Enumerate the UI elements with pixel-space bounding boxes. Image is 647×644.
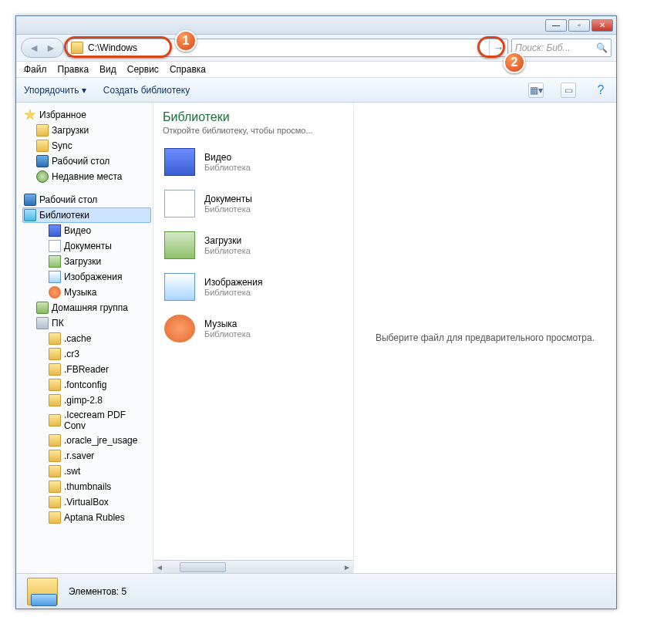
tree-item-recent[interactable]: Недавние места <box>22 169 151 184</box>
library-item-dl[interactable]: ЗагрузкиБиблиотека <box>163 231 344 260</box>
tree-label: Домашняя группа <box>52 302 128 313</box>
tree-pc-folder[interactable]: .Icecream PDF Conv <box>22 408 151 433</box>
item-name: Загрузки <box>204 235 251 246</box>
tree-label: Библиотеки <box>39 210 89 221</box>
explorer-window: — ▫ ✕ ◄ ► → Поиск: Биб... 🔍 1 2 Файл Пра… <box>15 15 617 609</box>
item-name: Изображения <box>204 277 262 288</box>
tree-lib-dl[interactable]: Загрузки <box>22 254 151 269</box>
tree-pc-folder[interactable]: .fontconfig <box>22 377 151 393</box>
menu-file[interactable]: Файл <box>24 64 47 75</box>
tree-pc-folder[interactable]: .VirtualBox <box>22 494 151 510</box>
desktop-icon <box>24 194 36 206</box>
clock-icon <box>36 170 49 183</box>
tree-label: Изображения <box>64 271 122 282</box>
status-bar: Элементов: 5 <box>16 573 616 609</box>
library-item-music[interactable]: МузыкаБиблиотека <box>163 314 344 343</box>
folder-icon <box>49 414 61 427</box>
tree-pc-folder[interactable]: .oracle_jre_usage <box>22 433 151 448</box>
status-folder-icon <box>27 578 58 605</box>
item-type: Библиотека <box>204 204 252 214</box>
tree-lib-img[interactable]: Изображения <box>22 269 151 285</box>
music-icon <box>164 315 195 342</box>
menu-edit[interactable]: Правка <box>58 64 89 75</box>
menu-view[interactable]: Вид <box>99 64 116 75</box>
desktop-icon <box>36 155 49 167</box>
forward-icon[interactable]: ► <box>42 42 59 54</box>
search-placeholder: Поиск: Биб... <box>515 42 571 53</box>
tree-label: .cache <box>64 333 91 344</box>
folder-icon <box>49 348 61 360</box>
tree-pc[interactable]: ПК <box>22 315 151 331</box>
tree-label: Sync <box>52 140 72 151</box>
tree-pc-folder[interactable]: .FBReader <box>22 362 151 377</box>
menu-help[interactable]: Справка <box>170 64 206 75</box>
folder-icon <box>49 450 61 462</box>
folder-icon <box>49 480 61 493</box>
preview-empty-text: Выберите файл для предварительного просм… <box>376 332 595 343</box>
minimize-button[interactable]: — <box>545 19 567 32</box>
tree-label: Aptana Rubles <box>64 512 125 523</box>
back-icon[interactable]: ◄ <box>25 42 42 54</box>
go-button[interactable]: → <box>489 39 507 56</box>
library-item-video[interactable]: ВидеоБиблиотека <box>163 147 344 177</box>
tree-pc-folder[interactable]: Aptana Rubles <box>22 510 151 525</box>
tree-label: .VirtualBox <box>64 497 109 507</box>
tree-label: .cr3 <box>64 349 79 359</box>
tree-pc-folder[interactable]: .thumbnails <box>22 479 151 494</box>
folder-icon <box>36 124 49 137</box>
item-type: Библиотека <box>204 288 262 297</box>
navigation-tree[interactable]: Избранное Загрузки Sync Рабочий стол Нед… <box>16 103 153 573</box>
maximize-button[interactable]: ▫ <box>568 19 590 32</box>
back-forward-buttons[interactable]: ◄ ► <box>21 38 64 58</box>
item-name: Видео <box>204 152 251 163</box>
tree-label: Избранное <box>39 110 86 120</box>
tree-item-desktop-fav[interactable]: Рабочий стол <box>22 153 151 169</box>
tree-pc-folder[interactable]: .r.saver <box>22 448 151 464</box>
tree-label: .fontconfig <box>64 379 106 390</box>
tree-label: Видео <box>64 225 91 236</box>
tree-pc-folder[interactable]: .swt <box>22 464 151 479</box>
body: Избранное Загрузки Sync Рабочий стол Нед… <box>16 103 616 573</box>
tree-label: Музыка <box>64 287 96 298</box>
folder-icon <box>49 511 61 524</box>
tree-lib-music[interactable]: Музыка <box>22 285 151 300</box>
folder-icon <box>49 332 61 345</box>
document-icon <box>164 190 195 217</box>
tree-lib-video[interactable]: Видео <box>22 223 151 238</box>
search-box[interactable]: Поиск: Биб... 🔍 <box>511 39 612 57</box>
item-name: Музыка <box>204 319 251 329</box>
tree-label: .Icecream PDF Conv <box>64 410 150 431</box>
pc-icon <box>36 317 49 329</box>
tree-homegroup[interactable]: Домашняя группа <box>22 300 151 315</box>
address-input[interactable] <box>86 41 489 55</box>
tree-lib-docs[interactable]: Документы <box>22 238 151 254</box>
preview-pane-button[interactable]: ▭ <box>561 83 576 98</box>
library-item-img[interactable]: ИзображенияБиблиотека <box>163 272 344 302</box>
video-icon <box>49 224 61 237</box>
close-button[interactable]: ✕ <box>591 19 613 32</box>
scroll-right-icon[interactable]: ► <box>341 563 353 572</box>
preview-pane: Выберите файл для предварительного просм… <box>354 103 616 573</box>
create-library-button[interactable]: Создать библиотеку <box>103 85 190 96</box>
library-icon <box>24 209 36 221</box>
tree-favorites[interactable]: Избранное <box>22 107 151 123</box>
folder-icon <box>36 140 49 152</box>
tree-label: Загрузки <box>52 125 89 136</box>
tree-label: .swt <box>64 466 80 477</box>
view-mode-button[interactable]: ▦▾ <box>528 83 544 98</box>
tree-item-sync[interactable]: Sync <box>22 138 151 153</box>
tree-libraries[interactable]: Библиотеки <box>22 207 151 223</box>
tree-pc-folder[interactable]: .gimp-2.8 <box>22 393 151 408</box>
menu-tools[interactable]: Сервис <box>127 64 159 75</box>
organize-button[interactable]: Упорядочить ▾ <box>24 85 86 96</box>
horizontal-scrollbar[interactable]: ◄ ► <box>153 560 353 573</box>
help-button[interactable]: ? <box>593 83 608 98</box>
scroll-left-icon[interactable]: ◄ <box>153 563 166 572</box>
tree-item-downloads[interactable]: Загрузки <box>22 123 151 138</box>
library-item-docs[interactable]: ДокументыБиблиотека <box>163 189 344 218</box>
scrollbar-thumb[interactable] <box>180 562 226 572</box>
tree-pc-folder[interactable]: .cr3 <box>22 346 151 362</box>
address-bar[interactable]: → <box>67 39 508 57</box>
tree-pc-folder[interactable]: .cache <box>22 331 151 346</box>
tree-desktop[interactable]: Рабочий стол <box>22 192 151 207</box>
